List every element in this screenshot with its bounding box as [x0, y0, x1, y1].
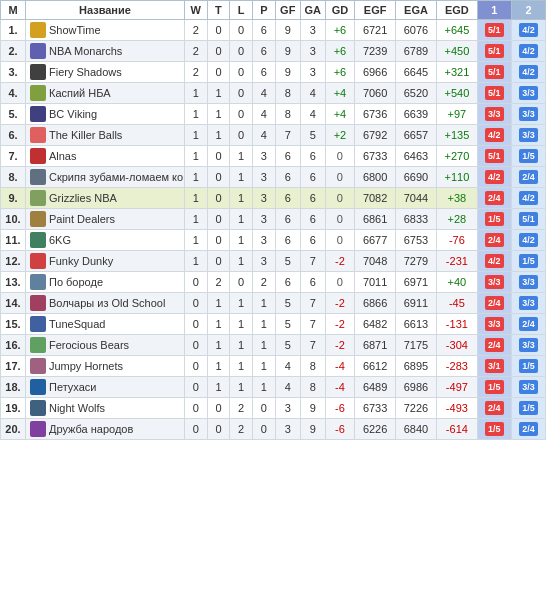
- table-row: 4. Каспий НБА 1 1 0 4 8 4 +4 7060 6520 +…: [1, 83, 546, 104]
- badge-2-value: 2/4: [519, 317, 538, 331]
- rank-cell: 11.: [1, 230, 26, 251]
- team-name: Grizzlies NBA: [49, 192, 117, 204]
- goals-against: 6: [300, 167, 325, 188]
- losses: 1: [230, 209, 253, 230]
- badge-2: 4/2: [511, 230, 545, 251]
- badge-2-value: 3/3: [519, 296, 538, 310]
- losses: 0: [230, 83, 253, 104]
- team-name: Петухаси: [49, 381, 96, 393]
- ties: 0: [207, 41, 230, 62]
- wins: 0: [184, 335, 207, 356]
- points: 1: [253, 377, 276, 398]
- team-name: По бороде: [49, 276, 103, 288]
- goals-for: 4: [275, 356, 300, 377]
- losses: 0: [230, 104, 253, 125]
- badge-1-value: 2/4: [485, 296, 504, 310]
- wins: 1: [184, 188, 207, 209]
- badge-2-value: 2/4: [519, 170, 538, 184]
- rank-cell: 2.: [1, 41, 26, 62]
- ties: 0: [207, 20, 230, 41]
- badge-2: 4/2: [511, 62, 545, 83]
- goals-for: 7: [275, 125, 300, 146]
- badge-2: 4/2: [511, 188, 545, 209]
- badge-2: 2/4: [511, 167, 545, 188]
- goals-against: 7: [300, 251, 325, 272]
- rank-cell: 12.: [1, 251, 26, 272]
- goals-for: 5: [275, 251, 300, 272]
- wins: 1: [184, 104, 207, 125]
- points: 2: [253, 272, 276, 293]
- name-cell: The Killer Balls: [25, 125, 184, 146]
- wins: 2: [184, 62, 207, 83]
- wins: 0: [184, 293, 207, 314]
- eff-gd: -231: [436, 251, 477, 272]
- eff-gf: 6733: [355, 146, 396, 167]
- eff-gd: +321: [436, 62, 477, 83]
- points: 3: [253, 230, 276, 251]
- badge-1: 5/1: [477, 20, 511, 41]
- goal-diff: -4: [325, 356, 355, 377]
- rank-cell: 1.: [1, 20, 26, 41]
- team-name: Fiery Shadows: [49, 66, 122, 78]
- ties: 0: [207, 167, 230, 188]
- badge-2-value: 5/1: [519, 212, 538, 226]
- name-cell: Волчары из Old School: [25, 293, 184, 314]
- eff-gf: 6489: [355, 377, 396, 398]
- goal-diff: 0: [325, 167, 355, 188]
- team-name: BC Viking: [49, 108, 97, 120]
- eff-gd: -497: [436, 377, 477, 398]
- eff-ga: 6895: [396, 356, 437, 377]
- wins: 0: [184, 272, 207, 293]
- goals-for: 9: [275, 20, 300, 41]
- table-row: 14. Волчары из Old School 0 1 1 1 5 7 -2…: [1, 293, 546, 314]
- ties: 1: [207, 335, 230, 356]
- badge-1-value: 5/1: [485, 149, 504, 163]
- badge-2-value: 4/2: [519, 191, 538, 205]
- badge-2: 2/4: [511, 419, 545, 440]
- team-avatar: [30, 22, 46, 38]
- eff-gf: 6733: [355, 398, 396, 419]
- ties: 0: [207, 209, 230, 230]
- eff-gd: +110: [436, 167, 477, 188]
- col-p: P: [253, 1, 276, 20]
- team-avatar: [30, 148, 46, 164]
- goal-diff: -2: [325, 335, 355, 356]
- eff-gf: 6677: [355, 230, 396, 251]
- eff-gd: +28: [436, 209, 477, 230]
- team-name: Jumpy Hornets: [49, 360, 123, 372]
- badge-2-value: 4/2: [519, 23, 538, 37]
- team-avatar: [30, 316, 46, 332]
- badge-1: 1/5: [477, 377, 511, 398]
- rank-cell: 5.: [1, 104, 26, 125]
- badge-1-value: 2/4: [485, 233, 504, 247]
- badge-1-value: 4/2: [485, 128, 504, 142]
- goals-against: 6: [300, 188, 325, 209]
- team-avatar: [30, 106, 46, 122]
- wins: 1: [184, 230, 207, 251]
- name-cell: Скрипя зубами-ломаем ко.: [25, 167, 184, 188]
- name-cell: Alnas: [25, 146, 184, 167]
- wins: 2: [184, 41, 207, 62]
- goals-against: 5: [300, 125, 325, 146]
- col-egd: EGD: [436, 1, 477, 20]
- goals-for: 8: [275, 83, 300, 104]
- badge-1-value: 1/5: [485, 422, 504, 436]
- wins: 0: [184, 314, 207, 335]
- eff-gd: -614: [436, 419, 477, 440]
- goals-against: 7: [300, 314, 325, 335]
- table-row: 15. TuneSquad 0 1 1 1 5 7 -2 6482 6613 -…: [1, 314, 546, 335]
- col-egf: EGF: [355, 1, 396, 20]
- goals-for: 4: [275, 377, 300, 398]
- table-row: 7. Alnas 1 0 1 3 6 6 0 6733 6463 +270 5/…: [1, 146, 546, 167]
- badge-1: 2/4: [477, 230, 511, 251]
- team-avatar: [30, 400, 46, 416]
- badge-1: 2/4: [477, 188, 511, 209]
- team-name: NBA Monarchs: [49, 45, 122, 57]
- points: 0: [253, 419, 276, 440]
- team-name: Alnas: [49, 150, 77, 162]
- eff-ga: 7226: [396, 398, 437, 419]
- goals-for: 5: [275, 335, 300, 356]
- col-t: T: [207, 1, 230, 20]
- team-avatar: [30, 274, 46, 290]
- points: 1: [253, 314, 276, 335]
